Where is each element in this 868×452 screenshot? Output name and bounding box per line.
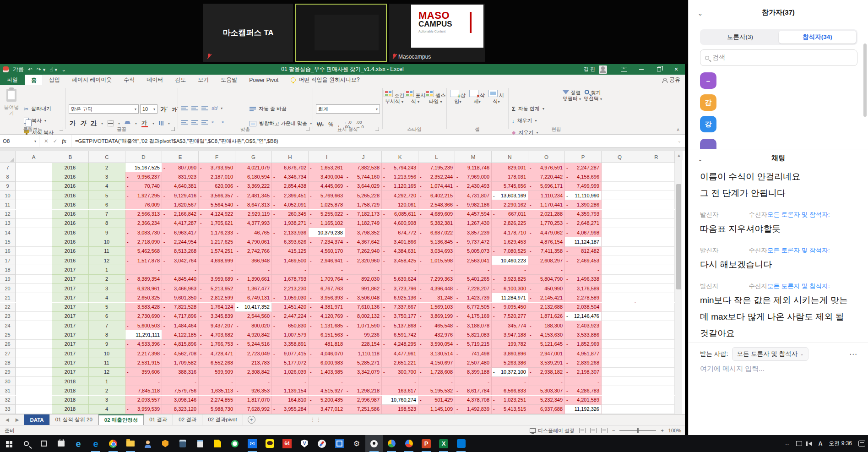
ribbon-tab-홈[interactable]: 홈 <box>25 75 43 85</box>
cell-K32[interactable]: 10,760,274 <box>382 396 418 405</box>
cell-A8[interactable] <box>16 172 52 181</box>
cell-L11[interactable]: 2,548,366 <box>418 200 455 209</box>
cell-I33[interactable]: 3,477,012 <box>309 405 345 414</box>
cell-I10[interactable]: -5,769,663 <box>309 191 345 200</box>
sheet-nav-left-icon[interactable]: ◀ <box>5 417 9 422</box>
ime-indicator[interactable]: A <box>819 441 823 447</box>
cell-L9[interactable]: -1,074,441 <box>418 182 455 191</box>
row-header-31[interactable]: 31 <box>0 386 16 395</box>
row-header-8[interactable]: 8 <box>0 172 16 181</box>
cell-B23[interactable]: 2017 <box>52 312 89 321</box>
row-header-16[interactable]: 16 <box>0 247 16 256</box>
cell-A26[interactable] <box>16 340 52 349</box>
cell-M25[interactable]: 5,821,083 <box>455 330 492 339</box>
cell-F17[interactable]: 4,698,999 <box>199 256 235 265</box>
normal-view-button[interactable] <box>579 428 586 433</box>
fill-color-button[interactable] <box>125 121 130 125</box>
cell-J18[interactable]: - <box>345 265 382 274</box>
sheet-tab-DATA[interactable]: DATA <box>24 414 49 425</box>
cell-G13[interactable]: 4,377,993 <box>235 219 272 228</box>
cell-J19[interactable]: -892,030 <box>345 275 382 284</box>
cell-H22[interactable]: 1,451,420 <box>272 303 309 312</box>
column-header-P[interactable]: P <box>565 151 602 163</box>
cell-B28[interactable]: 2017 <box>52 358 89 367</box>
tray-display-icon[interactable] <box>796 441 802 446</box>
cell-R32[interactable] <box>638 396 675 405</box>
cell-K20[interactable]: -3,723,796 <box>382 284 418 293</box>
cell-B21[interactable]: 2017 <box>52 293 89 302</box>
cell-H28[interactable]: 5,177,072 <box>272 358 309 367</box>
cell-E28[interactable]: 1,709,582 <box>162 358 199 367</box>
video-tile-ta[interactable]: 마소캠퍼스 TA <box>203 4 293 62</box>
cell-M21[interactable]: -1,423,739 <box>455 293 492 302</box>
cell-B32[interactable]: 2018 <box>52 396 89 405</box>
cell-E30[interactable]: - <box>162 377 199 386</box>
cell-N11[interactable]: 2,290,162 <box>492 200 528 209</box>
ribbon-tab-데이터[interactable]: 데이터 <box>141 75 169 85</box>
align-center-button[interactable] <box>191 120 198 125</box>
collapse-ribbon-button[interactable]: ˄ <box>677 127 679 132</box>
cell-J31[interactable]: -1,298,218 <box>345 386 382 395</box>
cell-P19[interactable]: -1,496,338 <box>565 275 602 284</box>
cell-D17[interactable]: -1,517,878 <box>125 256 162 265</box>
row-header-32[interactable]: 32 <box>0 396 16 405</box>
tab-splitter-handle[interactable]: ⋮⋮ <box>310 414 322 425</box>
column-header-N[interactable]: N <box>492 151 528 163</box>
column-header-G[interactable]: G <box>235 151 272 163</box>
row-header-9[interactable]: 9 <box>0 182 16 191</box>
cell-M32[interactable]: 4,378,708 <box>455 396 492 405</box>
cell-E29[interactable]: 388,316 <box>162 368 199 377</box>
conditional-formatting-button[interactable]: 조건부서식 ▾ <box>384 87 405 125</box>
cell-A7[interactable] <box>16 163 52 172</box>
ribbon-display-options-button[interactable] <box>615 64 633 75</box>
cell-F25[interactable]: -4,703,682 <box>199 330 235 339</box>
participants-search-input[interactable]: 검색 <box>700 49 857 66</box>
cell-I18[interactable]: - <box>309 265 345 274</box>
cell-G9[interactable]: -3,369,222 <box>235 182 272 191</box>
cell-Q17[interactable] <box>602 256 638 265</box>
cell-F14[interactable]: 1,176,233 <box>199 228 235 237</box>
compass-app[interactable] <box>313 435 331 452</box>
cell-I30[interactable]: - <box>309 377 345 386</box>
cell-O32[interactable]: 5,232,349 <box>528 396 565 405</box>
cell-C20[interactable]: 3 <box>89 284 125 293</box>
cell-E19[interactable]: 4,845,440 <box>162 275 199 284</box>
column-header-E[interactable]: E <box>162 151 199 163</box>
column-header-I[interactable]: I <box>309 151 345 163</box>
cell-F18[interactable]: - <box>199 265 235 274</box>
cell-D30[interactable]: - <box>125 377 162 386</box>
chrome-app[interactable] <box>104 435 122 452</box>
cell-F21[interactable]: -2,812,599 <box>199 293 235 302</box>
cell-C13[interactable]: 8 <box>89 219 125 228</box>
cell-N32[interactable]: -1,023,251 <box>492 396 528 405</box>
cell-C12[interactable]: 7 <box>89 210 125 219</box>
cell-O14[interactable]: -4,479,062 <box>528 228 565 237</box>
cell-P20[interactable]: 3,176,589 <box>565 284 602 293</box>
font-name-select[interactable]: 맑은 고딕▾ <box>69 104 139 114</box>
cell-R23[interactable] <box>638 312 675 321</box>
cell-H16[interactable]: 415,125 <box>272 247 309 256</box>
cell-C19[interactable]: 2 <box>89 275 125 284</box>
row-header-28[interactable]: 28 <box>0 358 16 367</box>
cell-O29[interactable]: -2,938,182 <box>528 368 565 377</box>
cell-P8[interactable]: -4,158,696 <box>565 172 602 181</box>
cell-A14[interactable] <box>16 228 52 237</box>
cell-D21[interactable]: 2,650,325 <box>125 293 162 302</box>
cell-O7[interactable]: -4,976,591 <box>528 163 565 172</box>
cell-R9[interactable] <box>638 182 675 191</box>
cell-F15[interactable]: 1,217,625 <box>199 237 235 246</box>
select-all-corner[interactable] <box>0 151 16 163</box>
cell-D11[interactable]: 76,009 <box>125 200 162 209</box>
cell-F9[interactable]: 620,006 <box>199 182 235 191</box>
cell-G18[interactable]: - <box>235 265 272 274</box>
cell-P33[interactable]: 11,192,326 <box>565 405 602 414</box>
cell-M17[interactable]: 2,563,041 <box>455 256 492 265</box>
cell-B14[interactable]: 2016 <box>52 228 89 237</box>
action-center-icon[interactable] <box>858 441 865 447</box>
cell-O28[interactable]: 3,539,291 <box>528 358 565 367</box>
cell-N13[interactable]: 2,826,225 <box>492 219 528 228</box>
phonetic-button[interactable] <box>158 121 164 125</box>
font-size-select[interactable]: 10▾ <box>140 104 157 114</box>
cell-D19[interactable]: -8,389,354 <box>125 275 162 284</box>
browser-profile-1[interactable] <box>383 435 400 452</box>
